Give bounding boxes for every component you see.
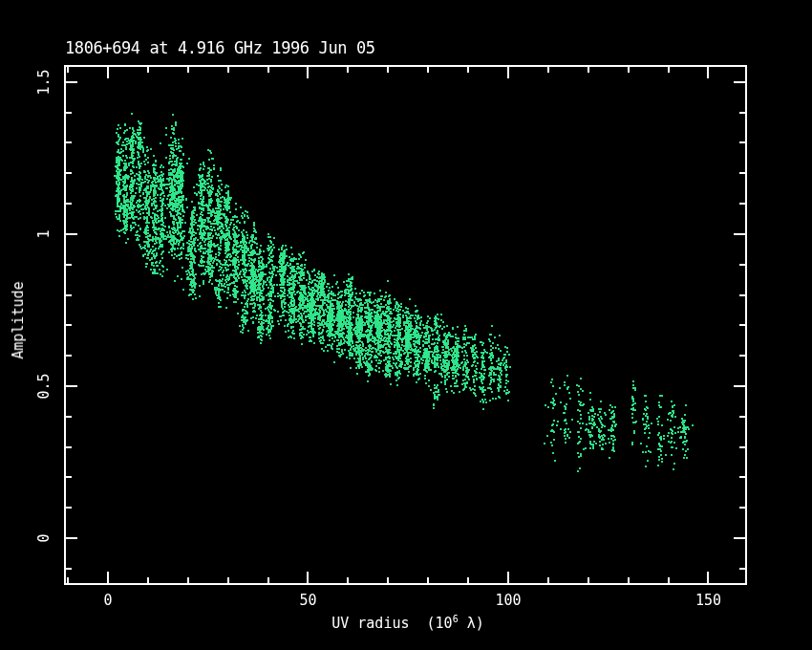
y-tick-label: 1: [35, 229, 53, 238]
x-axis-label: UV radius (106 λ): [331, 614, 484, 632]
chart-title: 1806+694 at 4.916 GHz 1996 Jun 05: [65, 38, 375, 57]
y-axis-label: Amplitude: [10, 281, 27, 358]
y-tick-label: 0: [35, 533, 53, 542]
scatter-plot-canvas: [0, 0, 812, 650]
radplot-window: 1806+694 at 4.916 GHz 1996 Jun 05 Amplit…: [0, 0, 812, 650]
y-tick-label: 1.5: [35, 69, 53, 95]
x-tick-label: 0: [103, 592, 112, 609]
y-tick-label: 0.5: [35, 373, 53, 399]
x-axis-label-prefix: UV radius (10: [331, 615, 452, 632]
x-tick-label: 100: [495, 592, 521, 609]
x-tick-label: 150: [695, 592, 721, 609]
x-tick-label: 50: [299, 592, 316, 609]
x-axis-label-suffix: λ): [459, 615, 484, 632]
